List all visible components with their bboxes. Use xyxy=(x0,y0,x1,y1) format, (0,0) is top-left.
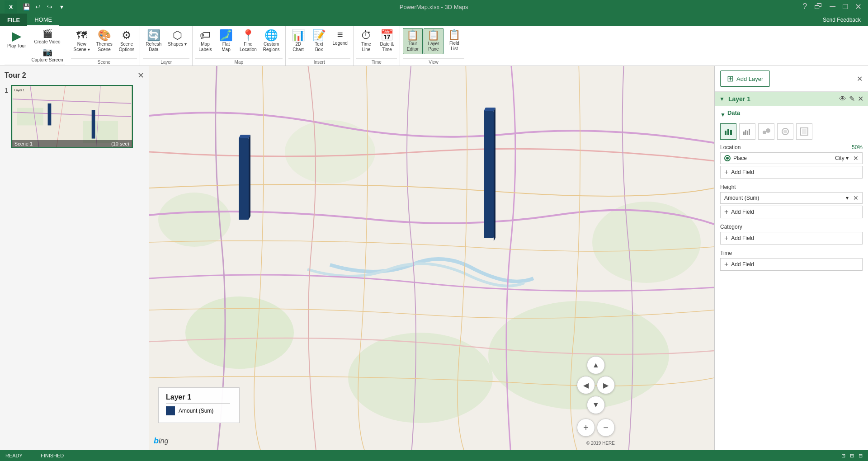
window-title: PowerMap.xlsx - 3D Maps xyxy=(67,4,801,10)
page-layout-icon[interactable]: ⊞ xyxy=(850,453,854,459)
height-dropdown[interactable]: ▾ xyxy=(846,195,849,201)
file-tab[interactable]: FILE xyxy=(0,14,27,26)
2d-chart-button[interactable]: 📊 2DChart xyxy=(288,28,308,54)
edit-icon[interactable]: ✎ xyxy=(849,94,855,103)
right-panel-close[interactable]: ✕ xyxy=(857,75,863,83)
more-button[interactable]: ▾ xyxy=(56,1,67,12)
minimize-button[interactable]: ─ xyxy=(828,2,837,12)
region-viz[interactable] xyxy=(796,123,812,140)
add-time-field[interactable]: + Add Field xyxy=(720,258,863,271)
scene-thumbnail[interactable]: Layer 1 Scene 1 (10 sec) xyxy=(11,85,133,148)
text-box-button[interactable]: 📝 TextBox xyxy=(309,28,329,54)
svg-marker-22 xyxy=(484,108,495,111)
refresh-data-button[interactable]: 🔄 RefreshData xyxy=(143,28,164,54)
map-labels-button[interactable]: 🏷 MapLabels xyxy=(195,28,215,54)
heat-map-viz[interactable] xyxy=(777,123,793,140)
layer-group-label: Layer xyxy=(143,58,189,66)
excel-icon[interactable]: X xyxy=(5,0,17,13)
bubble-viz[interactable] xyxy=(758,123,774,140)
close-button[interactable]: ✕ xyxy=(853,2,863,12)
undo-button[interactable]: ↩ xyxy=(33,1,43,12)
date-time-button[interactable]: 📅 Date &Time xyxy=(377,28,397,54)
svg-point-34 xyxy=(783,130,787,133)
add-location-field[interactable]: + Add Field xyxy=(720,166,863,179)
find-location-button[interactable]: 📍 FindLocation xyxy=(237,28,259,54)
normal-view-icon[interactable]: ⊡ xyxy=(841,453,845,459)
page-break-icon[interactable]: ⊟ xyxy=(859,453,863,459)
create-video-button[interactable]: 🎬 Create Video xyxy=(30,28,65,46)
location-field-section: Location 50% Place City ▾ ✕ + Add Field xyxy=(720,144,863,179)
create-video-label: Create Video xyxy=(34,39,60,45)
date-time-icon: 📅 xyxy=(380,30,394,41)
save-button[interactable]: 💾 xyxy=(21,1,32,12)
play-tour-label: Play Tour xyxy=(7,43,26,49)
home-tab[interactable]: HOME xyxy=(27,14,59,26)
location-radio[interactable] xyxy=(724,155,731,161)
maximize-button[interactable]: □ xyxy=(841,2,849,12)
new-scene-button[interactable]: 🗺 NewScene ▾ xyxy=(71,28,93,54)
svg-rect-25 xyxy=(727,129,729,135)
refresh-icon: 🔄 xyxy=(147,30,160,41)
data-section-title: Data xyxy=(727,109,740,116)
nav-right-button[interactable]: ▶ xyxy=(597,376,615,394)
svg-rect-24 xyxy=(725,131,726,135)
zoom-out-button[interactable]: − xyxy=(597,419,615,437)
svg-rect-9 xyxy=(92,110,95,138)
flat-map-label: FlatMap xyxy=(222,42,230,52)
custom-regions-button[interactable]: 🌐 CustomRegions xyxy=(260,28,283,54)
layer-collapse-icon[interactable]: ▼ xyxy=(719,96,725,102)
add-height-field[interactable]: + Add Field xyxy=(720,206,863,218)
legend-title: Layer 1 xyxy=(166,393,230,404)
nav-up-button[interactable]: ▲ xyxy=(587,356,605,374)
map-area[interactable]: Layer 1 Amount (Sum) ▲ ◀ ▶ ▼ + − xyxy=(149,66,714,450)
category-label: Category xyxy=(720,224,742,230)
tour-title: Tour 2 xyxy=(5,71,26,80)
clustered-viz[interactable] xyxy=(739,123,755,140)
add-height-text: Add Field xyxy=(731,209,754,215)
help-button[interactable]: ? xyxy=(801,2,809,12)
field-list-button[interactable]: 📋 FieldList xyxy=(444,28,464,53)
svg-rect-8 xyxy=(47,103,51,126)
time-line-button[interactable]: ⏱ TimeLine xyxy=(356,28,376,54)
restore-button[interactable]: 🗗 xyxy=(812,2,824,12)
map-background: Layer 1 Amount (Sum) ▲ ◀ ▶ ▼ + − xyxy=(149,66,714,450)
tour-close-button[interactable]: ✕ xyxy=(137,71,144,80)
insert-buttons: 📊 2DChart 📝 TextBox ≡ Legend xyxy=(288,28,350,57)
svg-rect-1 xyxy=(17,108,43,126)
svg-marker-23 xyxy=(494,108,495,241)
zoom-in-button[interactable]: + xyxy=(577,419,595,437)
layer-close-icon[interactable]: ✕ xyxy=(858,94,863,103)
visibility-icon[interactable]: 👁 xyxy=(839,95,846,103)
layer-pane-button[interactable]: 📋 LayerPane xyxy=(424,28,443,54)
svg-rect-2 xyxy=(83,121,118,143)
themes-scene-button[interactable]: 🎨 ThemesScene xyxy=(94,28,115,54)
tour-editor-button[interactable]: 📋 TourEditor xyxy=(403,28,423,54)
legend-box: Layer 1 Amount (Sum) xyxy=(158,387,240,423)
nav-down-button[interactable]: ▼ xyxy=(587,396,605,414)
svg-marker-20 xyxy=(249,135,250,220)
redo-button[interactable]: ↪ xyxy=(44,1,55,12)
capture-screen-button[interactable]: 📷 Capture Screen xyxy=(30,47,65,64)
add-category-field[interactable]: + Add Field xyxy=(720,232,863,245)
location-remove[interactable]: ✕ xyxy=(853,155,859,162)
time-line-label: TimeLine xyxy=(361,42,371,52)
copyright-text: © 2019 HERE xyxy=(586,441,615,446)
layer-pane-label: LayerPane xyxy=(428,41,439,52)
layer-icons: 👁 ✎ ✕ xyxy=(839,94,863,103)
height-remove[interactable]: ✕ xyxy=(853,194,859,202)
location-pct[interactable]: 50% xyxy=(852,144,863,151)
nav-left-button[interactable]: ◀ xyxy=(577,376,595,394)
location-dropdown[interactable]: City ▾ xyxy=(835,155,849,161)
bar-chart-viz[interactable] xyxy=(720,123,736,140)
add-layer-label: Add Layer xyxy=(736,75,763,82)
send-feedback-link[interactable]: Send Feedback xyxy=(816,14,868,26)
scene-name: Scene 1 xyxy=(14,141,33,146)
flat-map-button[interactable]: 🗾 FlatMap xyxy=(216,28,236,54)
play-tour-button[interactable]: ▶ Play Tour xyxy=(5,28,29,51)
scene-options-button[interactable]: ⚙ SceneOptions xyxy=(116,28,137,54)
legend-button[interactable]: ≡ Legend xyxy=(330,28,350,48)
map-labels-label: MapLabels xyxy=(198,42,212,52)
add-layer-button[interactable]: ⊞ Add Layer xyxy=(720,71,770,87)
2d-chart-label: 2DChart xyxy=(292,42,303,52)
shapes-button[interactable]: ⬡ Shapes ▾ xyxy=(165,28,189,49)
